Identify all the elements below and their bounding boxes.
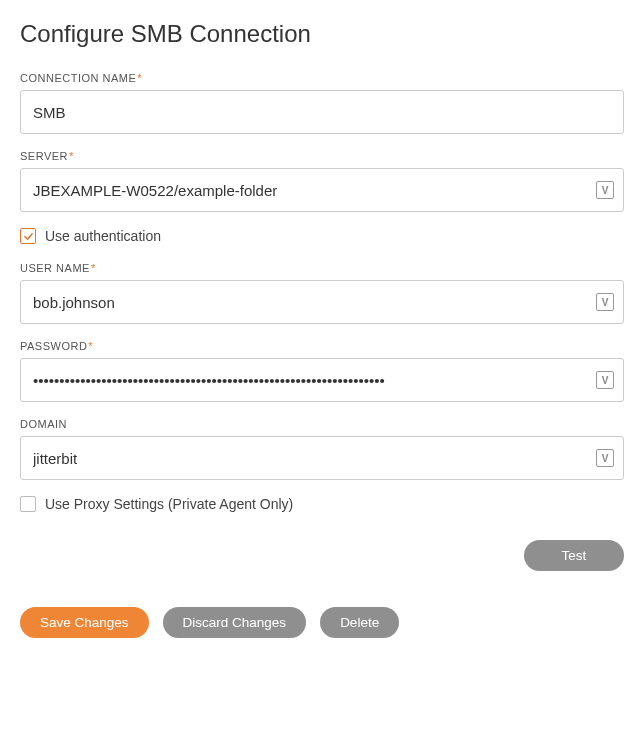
variable-icon[interactable]: V [596, 371, 614, 389]
connection-name-label: CONNECTION NAME* [20, 72, 624, 84]
discard-button[interactable]: Discard Changes [163, 607, 307, 638]
checkmark-icon [23, 231, 34, 242]
use-proxy-checkbox[interactable] [20, 496, 36, 512]
user-name-group: USER NAME* V [20, 262, 624, 324]
required-asterisk: * [137, 72, 142, 84]
use-proxy-label[interactable]: Use Proxy Settings (Private Agent Only) [45, 496, 293, 512]
variable-icon[interactable]: V [596, 293, 614, 311]
required-asterisk: * [91, 262, 96, 274]
domain-label: DOMAIN [20, 418, 624, 430]
password-label: PASSWORD* [20, 340, 624, 352]
domain-group: DOMAIN V [20, 418, 624, 480]
page-title: Configure SMB Connection [20, 20, 624, 48]
server-group: SERVER* V [20, 150, 624, 212]
variable-icon[interactable]: V [596, 449, 614, 467]
user-name-input[interactable] [20, 280, 624, 324]
server-label: SERVER* [20, 150, 624, 162]
save-button[interactable]: Save Changes [20, 607, 149, 638]
user-name-label: USER NAME* [20, 262, 624, 274]
domain-input[interactable] [20, 436, 624, 480]
user-name-label-text: USER NAME [20, 262, 90, 274]
use-authentication-label[interactable]: Use authentication [45, 228, 161, 244]
server-input[interactable] [20, 168, 624, 212]
connection-name-label-text: CONNECTION NAME [20, 72, 136, 84]
use-authentication-checkbox[interactable] [20, 228, 36, 244]
server-label-text: SERVER [20, 150, 68, 162]
password-input[interactable] [20, 358, 624, 402]
connection-name-input[interactable] [20, 90, 624, 134]
password-group: PASSWORD* V [20, 340, 624, 402]
use-authentication-row: Use authentication [20, 228, 624, 244]
connection-name-group: CONNECTION NAME* [20, 72, 624, 134]
password-label-text: PASSWORD [20, 340, 87, 352]
delete-button[interactable]: Delete [320, 607, 399, 638]
domain-label-text: DOMAIN [20, 418, 67, 430]
test-button[interactable]: Test [524, 540, 624, 571]
action-buttons-row: Save Changes Discard Changes Delete [20, 607, 624, 638]
variable-icon[interactable]: V [596, 181, 614, 199]
required-asterisk: * [69, 150, 74, 162]
required-asterisk: * [88, 340, 93, 352]
use-proxy-row: Use Proxy Settings (Private Agent Only) [20, 496, 624, 512]
test-button-row: Test [20, 540, 624, 571]
